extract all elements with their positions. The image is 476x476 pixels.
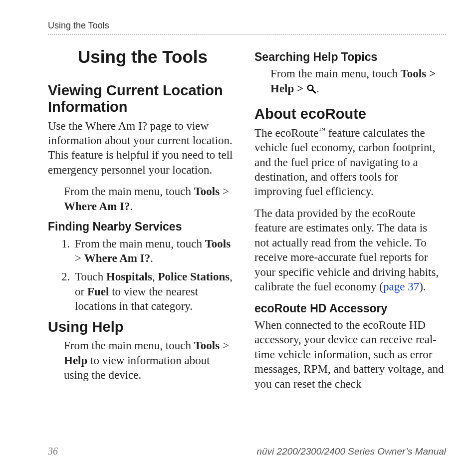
list-nearby-services: From the main menu, touch Tools > Where …	[48, 237, 238, 314]
text: From the main menu, touch	[75, 238, 205, 250]
page-title: Using the Tools	[48, 46, 238, 68]
heading-using-help: Using Help	[48, 319, 238, 335]
text: .	[150, 252, 153, 264]
bold-where-am-i: Where Am I?	[64, 200, 130, 213]
text: Touch	[75, 270, 106, 283]
body-viewing-location: Use the Where Am I? page to view informa…	[48, 119, 238, 178]
svg-line-1	[312, 90, 315, 93]
heading-ecoroute-hd: ecoRoute HD Accessory	[254, 301, 444, 316]
text: >	[220, 185, 229, 198]
heading-viewing-location: Viewing Current Location Information	[48, 82, 238, 116]
bold-tools: Tools	[194, 339, 220, 352]
bold-tools: Tools	[401, 67, 427, 80]
bold-hospitals: Hospitals	[106, 270, 152, 283]
text: From the main menu, touch	[64, 185, 194, 198]
magnifier-icon	[306, 84, 316, 94]
left-column: Using the Tools Viewing Current Location…	[48, 44, 238, 391]
step-viewing-location: From the main menu, touch Tools > Where …	[64, 184, 238, 214]
heading-ecoroute: About ecoRoute	[254, 106, 444, 122]
bold-help: Help	[64, 354, 87, 367]
page-number: 36	[48, 445, 58, 458]
running-header: Using the Tools	[48, 20, 446, 31]
text: From the main menu, touch	[64, 339, 194, 352]
manual-title: nüvi 2200/2300/2400 Series Owner’s Manua…	[256, 446, 446, 458]
header-rule	[48, 34, 446, 35]
list-item: From the main menu, touch Tools > Where …	[73, 237, 238, 266]
text: >	[426, 67, 436, 80]
text: ).	[419, 280, 426, 293]
body-ecoroute-1: The ecoRoute™ feature calculates the veh…	[254, 126, 444, 199]
heading-nearby-services: Finding Nearby Services	[48, 220, 238, 234]
text: >	[220, 339, 229, 352]
heading-search-help: Searching Help Topics	[254, 50, 444, 64]
text: .	[130, 200, 133, 213]
bold-tools: Tools	[205, 238, 231, 250]
link-page-37[interactable]: page 37	[383, 280, 419, 293]
bold-police: Police Stations	[158, 270, 230, 283]
content-columns: Using the Tools Viewing Current Location…	[48, 44, 446, 391]
text: ,	[152, 270, 158, 283]
text: From the main menu, touch	[270, 67, 401, 80]
body-ecoroute-2: The data provided by the ecoRoute featur…	[254, 206, 444, 294]
body-ecoroute-hd: When connected to the ecoRoute HD access…	[254, 318, 444, 391]
bold-fuel: Fuel	[87, 285, 109, 298]
step-using-help: From the main menu, touch Tools > Help t…	[64, 338, 238, 382]
bold-tools: Tools	[194, 185, 220, 198]
text: The ecoRoute	[254, 127, 318, 139]
step-search-help: From the main menu, touch Tools > Help >…	[270, 66, 444, 96]
bold-where-am-i: Where Am I?	[84, 252, 150, 264]
text: .	[316, 82, 319, 95]
trademark: ™	[318, 126, 325, 134]
text: >	[75, 252, 84, 264]
bold-help: Help	[270, 82, 294, 95]
right-column: Searching Help Topics From the main menu…	[254, 44, 444, 391]
list-item: Touch Hospitals, Police Stations, or Fue…	[73, 269, 238, 313]
text: >	[294, 82, 306, 95]
page-footer: 36 nüvi 2200/2300/2400 Series Owner’s Ma…	[48, 445, 446, 458]
